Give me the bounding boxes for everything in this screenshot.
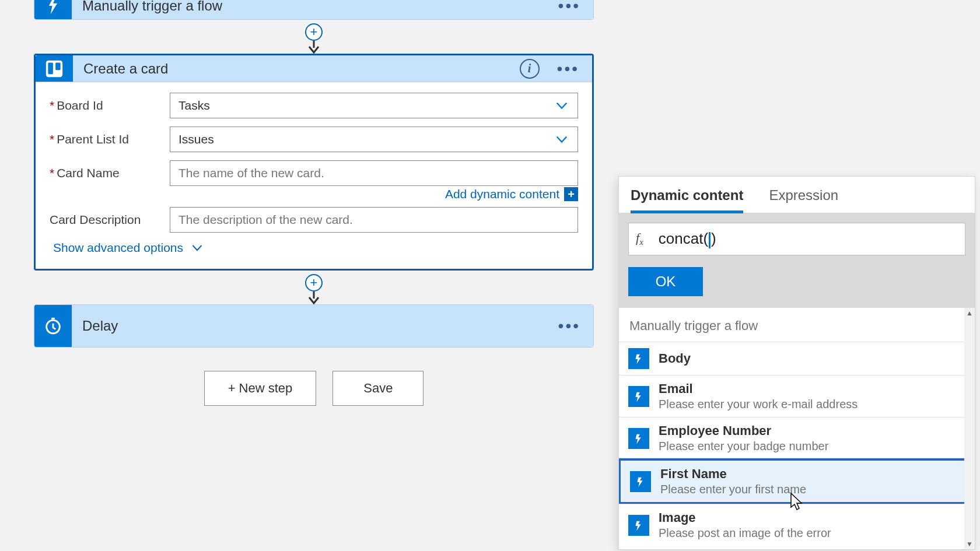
create-card-action[interactable]: Create a card i ••• *Board Id Tasks	[34, 54, 594, 271]
arrow-down-icon	[307, 41, 321, 54]
add-dynamic-content-link[interactable]: Add dynamic content +	[445, 187, 578, 201]
chevron-down-icon	[554, 98, 569, 113]
dc-item-image[interactable]: Image Please post an image of the error	[619, 504, 975, 546]
list-select[interactable]: Issues	[170, 127, 578, 152]
action-title: Create a card	[73, 61, 520, 77]
board-select[interactable]: Tasks	[170, 93, 578, 118]
chevron-down-icon	[191, 244, 203, 252]
flow-icon	[628, 348, 649, 369]
dc-item-email[interactable]: Email Please enter your work e-mail addr…	[619, 375, 975, 417]
delay-action[interactable]: Delay •••	[34, 304, 594, 348]
source-header: Manually trigger a flow	[619, 308, 975, 342]
cardname-label: *Card Name	[50, 166, 170, 180]
scroll-down-icon[interactable]: ▼	[964, 539, 975, 549]
info-icon[interactable]: i	[520, 59, 540, 79]
tab-expression[interactable]: Expression	[769, 177, 838, 213]
flow-icon	[628, 428, 649, 449]
carddesc-label: Card Description	[50, 213, 170, 227]
delay-title: Delay	[72, 318, 558, 334]
carddesc-input[interactable]: The description of the new card.	[170, 207, 578, 233]
scrollbar[interactable]: ▲ ▼	[964, 308, 975, 549]
cardname-input[interactable]: The name of the new card.	[170, 160, 578, 186]
ok-button[interactable]: OK	[628, 267, 703, 296]
new-step-button[interactable]: + New step	[204, 371, 317, 406]
dc-item-employee-number[interactable]: Employee Number Please enter your badge …	[619, 417, 975, 459]
scroll-up-icon[interactable]: ▲	[964, 308, 975, 318]
flow-icon	[630, 471, 651, 492]
trello-icon	[36, 55, 73, 82]
fx-icon: fx	[636, 230, 643, 247]
tab-dynamic-content[interactable]: Dynamic content	[631, 177, 743, 213]
add-step-button[interactable]: +	[305, 274, 323, 292]
more-icon[interactable]: •••	[558, 3, 580, 9]
dynamic-content-panel: Dynamic content Expression fx concat() O…	[618, 176, 975, 550]
flow-icon	[628, 515, 649, 536]
show-advanced-link[interactable]: Show advanced options	[53, 241, 578, 255]
more-icon[interactable]: •••	[557, 66, 579, 72]
timer-icon	[34, 305, 72, 347]
arrow-down-icon	[307, 292, 321, 304]
expression-input[interactable]: fx concat()	[628, 223, 965, 255]
trigger-card[interactable]: Manually trigger a flow •••	[34, 0, 594, 20]
chevron-down-icon	[554, 132, 569, 147]
trigger-title: Manually trigger a flow	[72, 0, 558, 14]
board-label: *Board Id	[50, 99, 170, 113]
trigger-icon	[34, 0, 72, 19]
list-label: *Parent List Id	[50, 132, 170, 146]
add-step-button[interactable]: +	[305, 23, 323, 41]
plus-icon: +	[564, 187, 578, 201]
flow-icon	[628, 386, 649, 407]
dc-item-body[interactable]: Body	[619, 342, 975, 375]
svg-rect-1	[48, 62, 53, 74]
connector: +	[34, 20, 594, 54]
dc-item-first-name[interactable]: First Name Please enter your first name	[619, 458, 971, 504]
svg-rect-2	[55, 62, 61, 70]
save-button[interactable]: Save	[332, 371, 424, 406]
connector: +	[34, 271, 594, 304]
more-icon[interactable]: •••	[558, 323, 580, 329]
